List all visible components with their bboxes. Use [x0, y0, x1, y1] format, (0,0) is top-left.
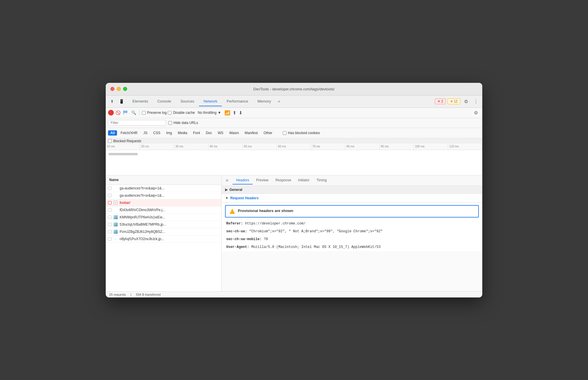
- record-button[interactable]: [108, 110, 114, 116]
- request-checkbox[interactable]: [108, 194, 112, 197]
- tab-console[interactable]: Console: [153, 97, 176, 106]
- request-headers-section: ▼ Request Headers Provisional headers ar…: [222, 194, 482, 251]
- tab-preview[interactable]: Preview: [253, 176, 272, 184]
- has-blocked-cookies-input[interactable]: [283, 131, 286, 135]
- sec-ch-ua-mobile-val: ?0: [264, 237, 268, 241]
- request-item[interactable]: KMNWpnRJTP6eHJs1wEw...: [106, 214, 221, 221]
- devtools-window: DevTools - developer.chrome.com/tags/dev…: [106, 83, 482, 297]
- request-item[interactable]: fD43v6RiVCDlmo3WhVPe.j...: [106, 207, 221, 214]
- timeline: 10 ms 20 ms 30 ms 40 ms 50 ms 60 ms 70 m…: [106, 144, 482, 176]
- tab-network[interactable]: Network: [199, 97, 222, 106]
- general-label: General: [229, 188, 242, 192]
- filter-icon[interactable]: ⛿: [122, 109, 129, 116]
- type-filter-doc[interactable]: Doc: [203, 130, 214, 136]
- close-button[interactable]: [110, 87, 114, 91]
- tab-initiator[interactable]: Initiator: [295, 176, 313, 184]
- disable-cache-input[interactable]: [168, 111, 171, 115]
- tabs-overflow[interactable]: »: [276, 97, 282, 106]
- request-item-foobar[interactable]: d foobar/: [106, 199, 221, 207]
- minimize-button[interactable]: [117, 87, 121, 91]
- request-checkbox[interactable]: [108, 230, 112, 233]
- tick-3: 40 ms: [209, 144, 243, 150]
- has-blocked-cookies-label: Has blocked cookies: [288, 131, 320, 135]
- user-agent-val: Mozilla/5.0 (Macintosh; Intel Mac OS X 1…: [251, 245, 380, 249]
- type-filter-bar: All Fetch/XHR JS CSS Img Media Font Doc …: [106, 128, 482, 138]
- tab-response[interactable]: Response: [272, 176, 295, 184]
- download-icon[interactable]: ⬇: [238, 109, 243, 116]
- more-icon[interactable]: ⋮: [472, 97, 480, 105]
- type-filter-font[interactable]: Font: [191, 130, 202, 136]
- request-checkbox[interactable]: [108, 215, 112, 219]
- type-filter-js[interactable]: JS: [141, 130, 150, 136]
- general-section-header[interactable]: ▶ General: [222, 186, 482, 194]
- timeline-bar: [109, 153, 138, 155]
- tab-timing[interactable]: Timing: [313, 176, 330, 184]
- tab-sources[interactable]: Sources: [176, 97, 199, 106]
- request-item[interactable]: - nBjAqf1PuX7O2nvJbJck.jp...: [106, 235, 221, 243]
- type-filter-ws[interactable]: WS: [216, 130, 226, 136]
- type-filter-fetch-xhr[interactable]: Fetch/XHR: [118, 130, 140, 136]
- tab-memory[interactable]: Memory: [253, 97, 276, 106]
- header-row-referer: Referer: https://developer.chrome.com/: [222, 220, 482, 228]
- transferred-size: 594 B transferred: [136, 293, 160, 296]
- main-tabs: Elements Console Sources Network Perform…: [128, 97, 435, 106]
- tab-headers[interactable]: Headers: [233, 176, 253, 184]
- device-icon[interactable]: 📱: [117, 97, 125, 105]
- clear-icon[interactable]: 🚫: [115, 110, 121, 116]
- provisional-warning-text: Provisional headers are shown: [238, 209, 293, 213]
- tick-9: 100 ms: [414, 144, 448, 150]
- request-item[interactable]: PzmJZBgZBJ612Hy8QBSZ...: [106, 228, 221, 235]
- request-checkbox[interactable]: [108, 237, 112, 241]
- type-filter-wasm[interactable]: Wasm: [227, 130, 241, 136]
- search-icon[interactable]: 🔍: [130, 109, 137, 116]
- request-item[interactable]: ga-audiences?t=sr&aip=1&...: [106, 185, 221, 192]
- hide-data-urls-input[interactable]: [168, 121, 172, 125]
- requests-count: 25 requests: [109, 293, 126, 296]
- tick-10: 110 ms: [448, 144, 482, 150]
- disable-cache-checkbox[interactable]: Disable cache: [168, 111, 195, 115]
- type-filter-manifest[interactable]: Manifest: [242, 130, 260, 136]
- tab-elements[interactable]: Elements: [128, 97, 153, 106]
- request-headers-title[interactable]: ▼ Request Headers: [222, 194, 482, 203]
- cursor-icon[interactable]: ⬆: [108, 97, 116, 105]
- request-item[interactable]: ga-audiences?t=sr&aip=1&...: [106, 192, 221, 199]
- preserve-log-checkbox[interactable]: Preserve log: [142, 111, 167, 115]
- close-details-button[interactable]: ✕: [224, 177, 230, 184]
- sec-ch-ua-mobile-key: sec-ch-ua-mobile:: [226, 237, 262, 241]
- request-name: 53IuclsjUVBaBME7MPRb.jp...: [120, 222, 219, 226]
- request-checkbox[interactable]: [108, 208, 112, 212]
- tab-performance[interactable]: Performance: [222, 97, 253, 106]
- filter-bar: Hide data URLs: [106, 118, 482, 128]
- warning-badge[interactable]: ✕ 12: [448, 98, 460, 104]
- type-filter-css[interactable]: CSS: [151, 130, 163, 136]
- settings2-icon[interactable]: ⚙: [472, 109, 480, 117]
- maximize-button[interactable]: [123, 87, 127, 91]
- img-icon3: [113, 229, 118, 234]
- type-filter-all[interactable]: All: [108, 130, 117, 136]
- chevron-down-icon: ▼: [218, 111, 221, 115]
- type-filter-media[interactable]: Media: [176, 130, 190, 136]
- type-filter-img[interactable]: Img: [164, 130, 174, 136]
- wifi-icon[interactable]: 📶: [224, 109, 231, 116]
- request-checkbox[interactable]: [108, 187, 112, 190]
- settings-icon[interactable]: ⚙: [462, 97, 470, 105]
- preserve-log-input[interactable]: [142, 111, 146, 115]
- filter-input[interactable]: [108, 120, 166, 126]
- general-arrow-icon: ▶: [225, 188, 228, 192]
- details-content[interactable]: ▶ General ▼ Request Headers Provisional …: [222, 186, 482, 291]
- request-checkbox[interactable]: [108, 201, 112, 204]
- referer-val: https://developer.chrome.com/: [245, 222, 306, 226]
- status-bar: 25 requests | 594 B transferred: [106, 291, 482, 297]
- timeline-content: [106, 150, 482, 176]
- request-item[interactable]: 53IuclsjUVBaBME7MPRb.jp...: [106, 221, 221, 228]
- type-filter-other[interactable]: Other: [261, 130, 275, 136]
- error-badge[interactable]: ✕ 2: [435, 98, 446, 104]
- has-blocked-cookies-checkbox[interactable]: Has blocked cookies: [283, 131, 320, 135]
- throttle-select[interactable]: No throttling ▼: [196, 110, 223, 115]
- blocked-requests-checkbox[interactable]: [108, 139, 112, 143]
- upload-icon[interactable]: ⬆: [232, 109, 237, 116]
- hide-data-urls-checkbox[interactable]: Hide data URLs: [168, 121, 198, 125]
- window-controls: [110, 87, 127, 91]
- request-checkbox[interactable]: [108, 223, 112, 226]
- requests-list[interactable]: ga-audiences?t=sr&aip=1&... ga-audiences…: [106, 185, 221, 291]
